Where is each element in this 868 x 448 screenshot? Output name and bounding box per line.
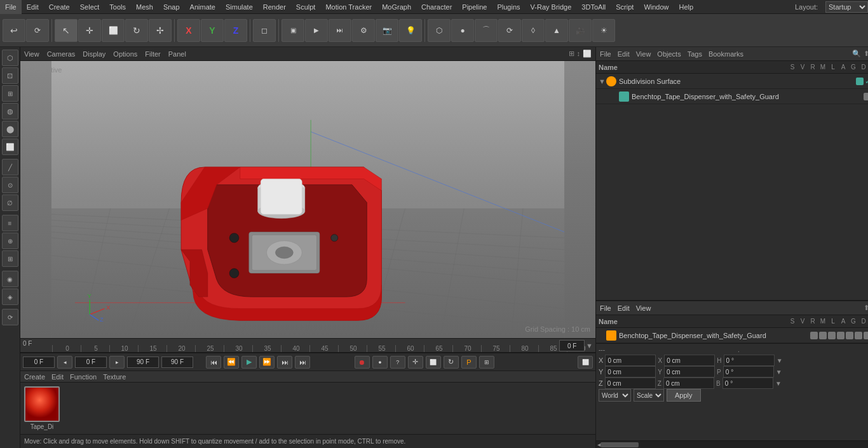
render-camera-button[interactable]: 📷 <box>376 19 398 42</box>
menu-snap[interactable]: Snap <box>158 0 185 14</box>
deformer-button[interactable]: ◊ <box>522 19 545 42</box>
obj-view[interactable]: View <box>636 50 651 58</box>
scale-select[interactable]: Scale Size <box>634 389 664 402</box>
apply-button[interactable]: Apply <box>667 389 701 402</box>
attr-view[interactable]: View <box>636 304 651 312</box>
frame-end-toggle2[interactable]: ▸ <box>109 356 125 369</box>
menu-mograph[interactable]: MoGraph <box>377 0 416 14</box>
menu-plugins[interactable]: Plugins <box>492 0 525 14</box>
menu-help[interactable]: Help <box>674 0 699 14</box>
subdivision-surface-row[interactable]: ▼ Subdivision Surface ✓ <box>596 74 868 89</box>
scroll-thumb[interactable] <box>600 442 639 447</box>
end-frame-input2[interactable] <box>161 356 193 368</box>
obj-tags[interactable]: Tags <box>688 50 702 58</box>
attr-icon1[interactable]: ⬆ <box>864 304 868 312</box>
mat-edit[interactable]: Edit <box>51 373 64 381</box>
tool-extra3[interactable]: ⟳ <box>2 309 18 325</box>
b-input[interactable] <box>722 377 773 389</box>
mode-model[interactable]: ⬡ <box>2 50 18 66</box>
material-thumbnail[interactable] <box>24 386 60 422</box>
benchtop-dispenser-row[interactable]: Benchtop_Tape_Dispenser_with_Safety_Guar… <box>596 89 868 104</box>
menu-create[interactable]: Create <box>44 0 75 14</box>
z-size-input[interactable] <box>663 377 714 389</box>
object-mode-button[interactable]: ◻ <box>253 19 276 42</box>
frame-start-toggle[interactable]: ◂ <box>57 356 72 369</box>
record-button[interactable]: ⏺ <box>355 356 370 369</box>
z-axis-button[interactable]: Z <box>224 19 247 42</box>
step-back-button[interactable]: ⏪ <box>224 356 239 369</box>
timeline-expand[interactable]: ⬜ <box>578 356 593 369</box>
x-axis-button[interactable]: X <box>177 19 200 42</box>
obj-edit[interactable]: Edit <box>618 50 630 58</box>
render-region-button[interactable]: ▣ <box>281 19 304 42</box>
y-pos-input[interactable] <box>605 366 656 377</box>
bottom-scrollbar[interactable]: ◂ ▸ <box>596 440 868 448</box>
p-arrow[interactable]: ▼ <box>776 369 782 376</box>
attr-edit[interactable]: Edit <box>618 304 630 312</box>
transform-tool-button[interactable]: ✢ <box>149 19 172 42</box>
grid-key-button[interactable]: ⊞ <box>479 356 494 369</box>
mat-function[interactable]: Function <box>70 373 97 381</box>
frame-end-arrow[interactable]: ▼ <box>586 342 593 350</box>
start-frame-input[interactable] <box>23 356 55 368</box>
mode-sculpt[interactable]: ◍ <box>2 103 18 119</box>
b-arrow[interactable]: ▼ <box>775 380 782 387</box>
render-all-button[interactable]: ⏭ <box>329 19 351 42</box>
redo-button[interactable]: ⟳ <box>26 19 49 42</box>
nurbs-button[interactable]: ⟳ <box>498 19 521 42</box>
go-end-button[interactable]: ⏭ <box>277 356 292 369</box>
light-button[interactable]: 💡 <box>399 19 422 42</box>
rotate-tool-button[interactable]: ↻ <box>125 19 148 42</box>
attr-dot3[interactable] <box>828 332 836 339</box>
attr-dot4[interactable] <box>837 332 844 339</box>
undo-button[interactable]: ↩ <box>3 19 25 42</box>
search-icon[interactable]: 🔍 <box>852 50 861 58</box>
spline-button[interactable]: ⌒ <box>475 19 498 42</box>
expand-icon[interactable]: ▼ <box>599 78 606 85</box>
panel-menu[interactable]: Panel <box>168 50 186 58</box>
menu-edit[interactable]: Edit <box>22 0 44 14</box>
auto-key-button[interactable]: ● <box>372 356 388 369</box>
light-prim-button[interactable]: ☀ <box>592 19 615 42</box>
mode-motion[interactable]: ⬤ <box>2 121 18 137</box>
layout-select[interactable]: Startup Standard <box>825 1 868 13</box>
obj-bookmarks[interactable]: Bookmarks <box>709 50 743 58</box>
obj-objects[interactable]: Objects <box>657 50 681 58</box>
attr-dot1[interactable] <box>810 332 818 339</box>
menu-character[interactable]: Character <box>416 0 457 14</box>
tool-layer[interactable]: ≡ <box>2 215 18 231</box>
cube-button[interactable]: ⬡ <box>428 19 451 42</box>
park-button[interactable]: P <box>461 356 477 369</box>
environment-button[interactable]: ▲ <box>545 19 568 42</box>
tool-knife[interactable]: ╱ <box>2 159 18 175</box>
world-select[interactable]: World Object <box>599 389 631 402</box>
filter-menu[interactable]: Filter <box>145 50 160 58</box>
disp-dot1[interactable] <box>864 93 868 100</box>
attr-file[interactable]: File <box>600 304 611 312</box>
render-view-button[interactable]: ▶ <box>305 19 328 42</box>
step-fwd-button[interactable]: ⏩ <box>259 356 275 369</box>
menu-select[interactable]: Select <box>75 0 105 14</box>
h-input[interactable] <box>724 355 775 366</box>
move-tool-button[interactable]: ✛ <box>78 19 101 42</box>
camera-prim-button[interactable]: 🎥 <box>569 19 592 42</box>
menu-motion-tracker[interactable]: Motion Tracker <box>320 0 377 14</box>
attr-dot7[interactable] <box>864 332 868 339</box>
menu-simulate[interactable]: Simulate <box>220 0 258 14</box>
go-start-button[interactable]: ⏮ <box>206 356 221 369</box>
frame-end-input[interactable] <box>559 340 585 351</box>
z-pos-input[interactable] <box>605 377 656 389</box>
menu-script[interactable]: Script <box>611 0 639 14</box>
mat-texture[interactable]: Texture <box>103 373 126 381</box>
p-input[interactable] <box>723 366 774 377</box>
attr-dot6[interactable] <box>855 332 862 339</box>
tool-snap[interactable]: ⊕ <box>2 233 18 249</box>
viewport-canvas[interactable]: X Y Z Perspective Grid Spacing : 10 cm <box>20 61 595 338</box>
timeline-ruler-inner[interactable]: 0 5 10 15 20 25 30 35 40 45 50 55 60 65 … <box>20 339 595 352</box>
h-arrow[interactable]: ▼ <box>776 357 783 364</box>
viewport-icon-1[interactable]: ⊞ <box>569 50 574 58</box>
mode-texture[interactable]: ⊡ <box>2 67 18 84</box>
tool-paint[interactable]: ∅ <box>2 194 18 211</box>
cameras-menu[interactable]: Cameras <box>47 50 76 58</box>
motion-clip-button[interactable]: ? <box>390 356 405 369</box>
